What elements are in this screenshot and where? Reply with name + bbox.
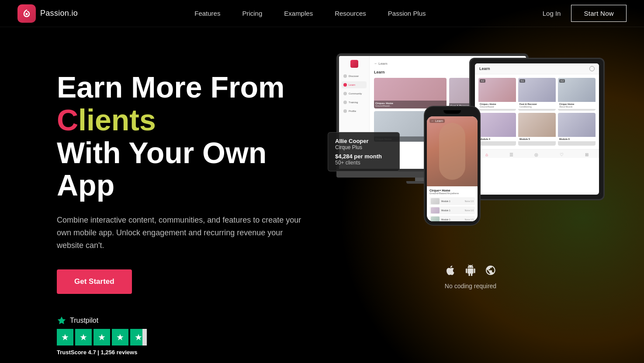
- hero-line2: Clients: [57, 103, 156, 136]
- phone-notch: [443, 110, 461, 114]
- phone-module-2-progress: None 1:0: [465, 209, 474, 212]
- clients-c: C: [57, 103, 78, 136]
- tablet-browse-icon: ☰: [509, 152, 513, 157]
- trust-reviews-count: 1,256: [101, 349, 115, 356]
- logo[interactable]: Passion.io: [17, 4, 78, 23]
- tablet-screen: Learn 4:2 Cirque+ Home Ground-Based: [475, 63, 599, 195]
- svg-marker-1: [58, 316, 66, 324]
- tablet-card-6-name: Module 6: [559, 138, 594, 140]
- popup-clients: 50+ clients: [335, 160, 392, 166]
- phone-module-3: Module 1 None 1:5: [429, 216, 475, 221]
- tablet-top-bar: Learn: [475, 63, 599, 74]
- trust-reviews-label: reviews: [117, 349, 138, 356]
- tablet-community-icon: ◎: [534, 152, 538, 157]
- hero-title: Earn More From Clients With Your Own App: [57, 71, 328, 202]
- tablet-card-1: 4:2 Cirque+ Home Ground-Based: [478, 78, 516, 111]
- platform-icons: [445, 265, 496, 279]
- sidebar-discover: Discover: [342, 73, 367, 80]
- tablet-frame: Learn 4:2 Cirque+ Home Ground-Based: [469, 58, 605, 200]
- tablet-home-icon: ⌂: [485, 152, 488, 157]
- tablet-card-1-badge: 4:2: [480, 79, 485, 83]
- tablet-card-5: Module 5: [518, 113, 556, 146]
- phone-module-1: Module 1 None 1:0: [429, 197, 475, 205]
- laptop-section-label: ← Learn: [374, 62, 388, 66]
- phone-frame: ← Learn Cirque+ Home Ground-Based Anywhe…: [424, 106, 481, 226]
- sidebar-community: Community: [342, 90, 367, 97]
- android-icon: [465, 265, 476, 279]
- popup-card: Allie Cooper Cirque Plus $4,284 per mont…: [328, 132, 400, 171]
- hero-left: Earn More From Clients With Your Own App…: [57, 53, 328, 356]
- clients-word: Clients: [57, 104, 156, 136]
- logo-text: Passion.io: [40, 9, 78, 18]
- tablet-card-3-badge: 4:2: [559, 79, 565, 83]
- tablet-card-5-name: Module 5: [519, 138, 554, 140]
- phone-image-overlay: [427, 116, 478, 186]
- main-content: Earn More From Clients With Your Own App…: [0, 27, 644, 360]
- phone-module-3-progress: None 1:5: [465, 218, 474, 221]
- nav-passion-plus[interactable]: Passion Plus: [388, 10, 426, 17]
- popup-brand: Cirque Plus: [335, 144, 392, 150]
- phone-content-sub: Ground-Based Anywhere: [429, 192, 475, 195]
- trustpilot-section: Trustpilot ★ ★ ★ ★ ★ TrustScore 4.7 | 1,…: [57, 316, 328, 356]
- start-now-button[interactable]: Start Now: [571, 5, 627, 22]
- apple-icon: [445, 265, 456, 279]
- tablet-profile-icon: ♡: [560, 152, 564, 157]
- trust-score-label: TrustScore: [57, 349, 87, 356]
- stars-row: ★ ★ ★ ★ ★: [57, 329, 328, 346]
- phone-module-3-label: Module 1: [441, 218, 450, 221]
- hero-line3: With Your Own App: [57, 136, 328, 202]
- tablet-card-3-sub: About Muscle: [559, 105, 594, 108]
- phone-modules: Module 1 None 1:0 Module 1 None 1:0 Modu…: [429, 197, 475, 221]
- popup-revenue: $4,284 per month: [335, 153, 392, 160]
- get-started-button[interactable]: Get Started: [57, 269, 132, 294]
- tablet-card-2-sub: Conditioning: [519, 105, 554, 108]
- main-nav: Features Pricing Examples Resources Pass…: [194, 10, 426, 17]
- star-2: ★: [75, 329, 92, 346]
- tablet-card-3: 4:2 Cirque Home About Muscle: [558, 78, 596, 111]
- nav-resources[interactable]: Resources: [335, 10, 366, 17]
- trust-score-value: 4.7: [88, 349, 96, 356]
- phone-module-1-progress: None 1:0: [465, 200, 474, 202]
- phone-screen: ← Learn Cirque+ Home Ground-Based Anywhe…: [427, 116, 478, 221]
- tablet-card-1-sub: Ground-Based: [480, 105, 515, 108]
- no-coding-label: No coding required: [445, 283, 496, 290]
- phone-hero-image: ← Learn: [427, 116, 478, 186]
- laptop-card-1: Cirque+ Home Ground-Based...: [374, 78, 447, 108]
- trustpilot-header: Trustpilot: [57, 316, 328, 325]
- phone-person-figure: [439, 123, 465, 180]
- popup-name: Allie Cooper: [335, 138, 392, 144]
- tablet-more-icon: ⊞: [585, 152, 589, 157]
- header-right: Log In Start Now: [543, 5, 627, 22]
- nav-pricing[interactable]: Pricing: [242, 10, 262, 17]
- clients-rest: lients: [78, 103, 156, 136]
- trust-score: TrustScore 4.7 | 1,256 reviews: [57, 349, 328, 356]
- trustpilot-label: Trustpilot: [70, 317, 98, 325]
- sidebar-training: Training: [342, 99, 367, 106]
- sidebar-profile: Profile: [342, 108, 367, 115]
- phone-module-2-label: Module 1: [441, 209, 450, 212]
- nav-features[interactable]: Features: [194, 10, 220, 17]
- tablet-card-2: 5:1 Feet & Recover Conditioning: [518, 78, 556, 111]
- header: Passion.io Features Pricing Examples Res…: [0, 0, 644, 27]
- tablet-bottom-bar: ⌂ ☰ ◎ ♡ ⊞: [475, 149, 599, 158]
- tablet-card-4-name: Module 4: [480, 138, 515, 140]
- sidebar-learn: Learn: [342, 81, 367, 88]
- phone-module-1-label: Module 1: [441, 200, 450, 202]
- hero-subtitle: Combine interactive content, communities…: [57, 214, 301, 251]
- tablet-card-2-badge: 5:1: [519, 79, 525, 83]
- hero-line1: Earn More From: [57, 71, 328, 104]
- star-1: ★: [57, 329, 73, 346]
- tablet-grid: 4:2 Cirque+ Home Ground-Based 5:1 Feet &…: [475, 74, 599, 149]
- phone-mockup: ← Learn Cirque+ Home Ground-Based Anywhe…: [424, 106, 481, 226]
- phone-module-2: Module 1 None 1:0: [429, 206, 475, 214]
- trustpilot-logo-icon: [57, 316, 66, 325]
- logo-icon: [17, 4, 36, 23]
- login-button[interactable]: Log In: [543, 10, 561, 17]
- platforms-section: No coding required: [445, 265, 496, 290]
- star-5: ★: [130, 329, 147, 346]
- nav-examples[interactable]: Examples: [284, 10, 313, 17]
- tablet-card-4: Module 4: [478, 113, 516, 146]
- svg-point-0: [26, 13, 28, 15]
- hero-right: Discover Learn Community Training Profil: [336, 53, 605, 307]
- phone-content: Cirque+ Home Ground-Based Anywhere Modul…: [427, 186, 478, 221]
